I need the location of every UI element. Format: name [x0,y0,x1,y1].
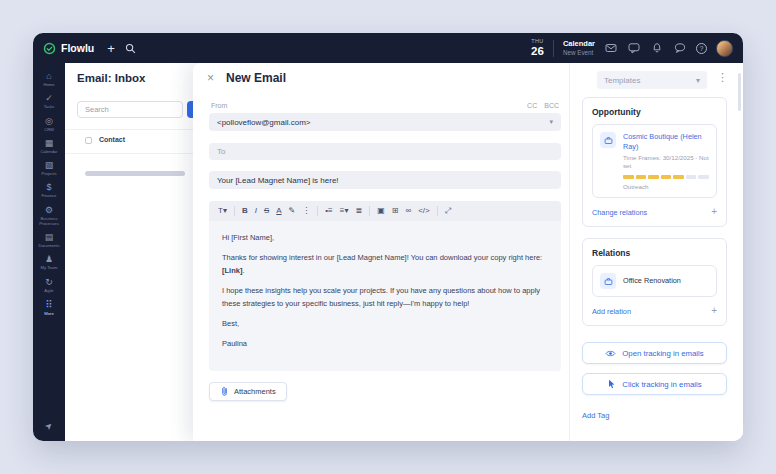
opportunity-item[interactable]: Cosmic Boutique (Helen Ray) Time Frames:… [592,124,717,198]
app-sidebar: ⌂Home ✓Tasks ◎CRM ▦Calendar ▧Projects $F… [33,63,65,441]
briefcase-icon [600,273,616,289]
body-signature: Paulina [222,338,548,350]
sidebar-item-crm[interactable]: ◎CRM [33,113,65,135]
opportunity-card: Opportunity Cosmic Boutique (Helen Ray) … [582,97,727,227]
tasks-icon: ✓ [45,94,53,103]
projects-icon: ▧ [45,161,54,170]
avatar[interactable] [716,40,733,57]
body-greeting: Hi [First Name], [222,232,548,244]
briefcase-icon [600,132,616,148]
team-icon: ♟ [45,255,53,264]
relation-name: Office Renovation [623,276,681,286]
expand-button[interactable]: ⤢ [445,207,451,215]
sidebar-item-home[interactable]: ⌂Home [33,68,65,90]
inbox-search-input[interactable]: Search [77,101,183,118]
modal-title: New Email [226,71,286,85]
progress-segment [623,175,634,179]
search-icon[interactable] [124,41,138,55]
add-relation-link[interactable]: Add relation [592,307,631,316]
new-email-modal: × New Email Templates ▾ ⋮ From CC BCC <p… [193,63,743,441]
sidebar-item-tasks[interactable]: ✓Tasks [33,90,65,112]
more-formatting-button[interactable]: ⋮ [302,207,310,215]
insert-table-button[interactable]: ⊞ [392,207,399,215]
grid-icon: ⠿ [45,300,52,310]
horizontal-scrollbar[interactable] [85,171,185,176]
strikethrough-button[interactable]: S [264,207,269,215]
calendar-label: Calendar [563,39,595,48]
help-icon[interactable]: ? [696,43,707,54]
email-body-editor[interactable]: Hi [First Name], Thanks for showing inte… [209,221,561,371]
add-opportunity-icon[interactable]: + [711,207,717,217]
align-button[interactable]: ≣ [355,207,362,215]
calendar-widget[interactable]: Calendar New Event [563,39,595,56]
bold-button[interactable]: B [242,207,248,215]
to-input[interactable]: To [209,143,561,160]
gear-icon: ⚙ [45,206,53,215]
opportunity-timeframe: Time Frames: 30/12/2025 - Not set [623,154,709,171]
insert-link-button[interactable]: ∞ [405,207,411,215]
sidebar-item-finance[interactable]: $Finance [33,179,65,201]
sidebar-item-business-processes[interactable]: ⚙Business Processes [33,202,65,230]
progress-segment [661,175,672,179]
calendar-icon: ▦ [45,139,54,148]
bell-icon[interactable] [650,41,664,55]
editor-toolbar: T▾ B I S A ✎ ⋮ •≡ ≡▾ ≣ ▣ ⊞ ∞ </> ⤢ [209,201,561,221]
crm-icon: ◎ [45,117,53,126]
text-color-button[interactable]: A [276,207,281,215]
create-button[interactable]: + [107,42,115,55]
cc-button[interactable]: CC [527,102,537,109]
select-all-checkbox[interactable] [85,137,92,144]
subject-input[interactable]: Your [Lead Magnet Name] is here! [209,171,561,189]
opportunity-progress [623,175,709,179]
opportunity-name[interactable]: Cosmic Boutique (Helen Ray) [623,132,709,152]
bcc-button[interactable]: BCC [544,102,559,109]
font-style-button[interactable]: T▾ [218,207,227,215]
finance-icon: $ [46,183,51,192]
launch-icon[interactable]: ➤ [43,420,55,432]
contact-column-header: Contact [99,136,125,143]
sidebar-item-more[interactable]: ⠿More [33,296,65,319]
add-tag-link[interactable]: Add Tag [582,411,609,420]
from-label: From [211,102,227,109]
click-tracking-button[interactable]: Click tracking in emails [582,373,727,395]
relation-item[interactable]: Office Renovation [592,265,717,297]
comment-icon[interactable] [627,41,641,55]
agile-icon: ↻ [45,278,53,287]
sidebar-item-calendar[interactable]: ▦Calendar [33,135,65,157]
highlight-button[interactable]: ✎ [289,207,296,215]
bullet-list-button[interactable]: •≡ [325,207,332,215]
sidebar-item-my-team[interactable]: ♟My Team [33,251,65,273]
relations-card: Relations Office Renovation Add relation… [582,238,727,326]
sidebar-item-documents[interactable]: ▤Documents [33,229,65,251]
sidebar-item-projects[interactable]: ▧Projects [33,157,65,179]
chevron-down-icon: ▾ [549,118,553,126]
relations-title: Relations [592,248,717,258]
code-button[interactable]: </> [418,207,430,215]
add-relation-icon[interactable]: + [711,306,717,316]
new-event-label: New Event [563,49,595,57]
page-title: Email: Inbox [77,72,145,84]
paperclip-icon [220,386,229,397]
attachments-button[interactable]: Attachments [209,382,287,401]
open-tracking-button[interactable]: Open tracking in emails [582,342,727,364]
from-select[interactable]: <polloveflow@gmail.com> ▾ [209,113,561,131]
mail-icon[interactable] [604,41,618,55]
progress-segment [648,175,659,179]
app-window: Flowlu + Thu 26 Calendar New Event [33,33,743,441]
link-placeholder: [Link] [222,266,242,275]
email-details-panel: Opportunity Cosmic Boutique (Helen Ray) … [569,63,743,441]
cursor-icon [607,379,616,389]
change-relations-link[interactable]: Change relations [592,208,647,217]
insert-image-button[interactable]: ▣ [377,207,385,215]
brand[interactable]: Flowlu [43,42,94,55]
sidebar-item-agile[interactable]: ↻Agile [33,274,65,296]
chat-icon[interactable] [673,41,687,55]
date-widget[interactable]: Thu 26 [531,39,544,57]
body-signoff: Best, [222,318,548,330]
close-icon[interactable]: × [207,72,214,84]
italic-button[interactable]: I [255,207,257,215]
date-number: 26 [531,46,544,58]
numbered-list-button[interactable]: ≡▾ [340,207,349,215]
date-day: Thu [531,39,544,45]
body-paragraph: I hope these insights help you scale you… [222,285,548,310]
